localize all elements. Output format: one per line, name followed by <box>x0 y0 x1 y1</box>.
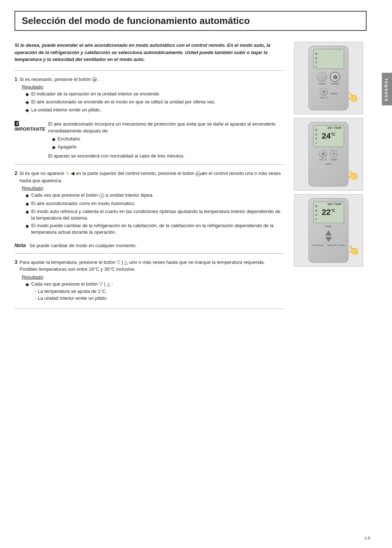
temp-display-2: 24°C <box>322 132 335 140</box>
turbo-button[interactable] <box>317 72 327 82</box>
s-icon-3: ❄ <box>315 137 318 140</box>
screen-icons-1: ❆ ✿ ❄ ☀ <box>315 52 318 69</box>
remote-panel-2: SET TEMP ❆ ✿ ❄ ☀ 24°C ⏱ <box>294 118 363 191</box>
diamond-icon: ◆ <box>25 91 29 98</box>
step-1: 1 Si es necesario, presione el botón ⏻ .… <box>15 76 283 114</box>
diamond-icon: ◆ <box>25 209 29 221</box>
1hr-btn-wrapper: ⏱ 1HR. ⏱ <box>320 88 328 99</box>
1hr-button-2[interactable]: ⏱ <box>319 150 327 158</box>
remote-body-3: SET TEMP ❆ ✿ ❄ ☀ 22°C TEMP. <box>309 198 348 263</box>
mode-label-2: MODE <box>331 159 337 161</box>
step-1-resultado: Resultado: ◆ El indicador de la operació… <box>22 84 283 114</box>
diamond-icon: ◆ <box>52 136 56 143</box>
resultado-label-1: Resultado <box>22 84 43 90</box>
screen-icons-2: ❆ ✿ ❄ ☀ <box>315 128 318 145</box>
step-1-number: 1 <box>15 76 17 82</box>
triangle-buttons <box>325 230 332 242</box>
importante-block: ℹ IMPORTANTE El aire acondicionado incor… <box>15 120 283 160</box>
power-label: POWER <box>331 83 339 85</box>
screen-icon-mode3: ☀ <box>315 65 318 69</box>
s-icon-2: ✿ <box>315 133 318 136</box>
s3-icon-1: ❆ <box>315 205 318 208</box>
step-2-bullet-1: ◆ Cada ves que presione el botón M a uni… <box>25 192 283 199</box>
1hr-btn-2: ⏱ 1HR. ⏱ <box>319 150 327 161</box>
mode-label-1: MODE <box>331 93 337 95</box>
divider-3 <box>15 253 283 254</box>
step-3: 3 Para ajustar la temperatura, presione … <box>15 259 283 302</box>
turbo-btn-wrapper: TURBO <box>317 72 327 85</box>
divider-1 <box>15 70 283 71</box>
diamond-icon: ◆ <box>25 281 29 288</box>
resultado-label-2: Resultado <box>22 185 43 191</box>
importante-label: IMPORTANTE <box>15 126 45 132</box>
temp-footer-label-2: TEMP. <box>325 163 332 165</box>
intro-paragraph: Si lo desea, puede encender el aire acon… <box>15 42 283 63</box>
1hr-label-2: 1HR. ⏱ <box>319 159 327 161</box>
remote-body-1: ❆ ✿ ❄ ☀ TURBO <box>309 46 348 110</box>
nota-label: Nota <box>15 242 26 248</box>
nota-line: Nota Se puede cambiar de modo en cualqui… <box>15 242 283 248</box>
remote-buttons-1b: ⏱ 1HR. ⏱ MODE <box>320 88 337 99</box>
mode-button-2[interactable]: M <box>330 150 338 158</box>
mode-btn-wrapper-1: MODE <box>331 92 337 95</box>
1hr-label: 1HR. ⏱ <box>320 97 327 99</box>
power-icon-inline: ⏻ <box>92 77 97 82</box>
remote-panel-3: SET TEMP ❆ ✿ ❄ ☀ 22°C TEMP. <box>294 194 363 267</box>
step-1-bullet-3: ◆ La unidad interior emite un pitido. <box>25 107 283 114</box>
remote-screen-2: SET TEMP ❆ ✿ ❄ ☀ 24°C <box>313 125 344 147</box>
diamond-icon: ◆ <box>25 107 29 114</box>
s-icon-1: ❆ <box>315 128 318 132</box>
diamond-icon: ◆ <box>25 99 29 106</box>
screen-icon-mode2: ❄ <box>315 61 318 64</box>
screen-icon-mode1: ✿ <box>315 57 318 60</box>
step-3-text: Para ajustar la temperatura, presione el… <box>20 259 283 273</box>
step-3-sub-2: - La unidad interior emite un pitido. <box>35 295 283 302</box>
mode-btn-2: M MODE <box>330 150 338 161</box>
nota-text: Se puede cambiar de modo en cualquier mo… <box>29 243 137 248</box>
diamond-icon: ◆ <box>52 144 56 151</box>
page-number: s.9 <box>364 536 370 541</box>
s3-icon-3: ❄ <box>315 213 318 217</box>
s3-icon-2: ✿ <box>315 209 318 212</box>
side-language-tab: ESPAÑOL <box>382 73 392 105</box>
step-1-text: Si es necesario, presione el botón ⏻ . <box>20 76 100 83</box>
step-2-resultado: Resultado: ◆ Cada ves que presione el bo… <box>22 185 283 236</box>
turbo-label: TURBO <box>318 83 326 85</box>
step-3-number: 3 <box>15 259 17 265</box>
step-2-text: Si es que no aparece ⛅◀ en la parte supe… <box>20 170 283 184</box>
remote-screen-1: ❆ ✿ ❄ ☀ <box>313 49 344 69</box>
step-1-bullet-1: ◆ El indicador de la operación en la uni… <box>25 91 283 98</box>
step-2-bullet-3: ◆ El modo auto refresca y calienta el cu… <box>25 208 283 221</box>
screen-icons-3: ❆ ✿ ❄ ☀ <box>315 205 318 221</box>
mode-icon-inline: MODE <box>196 171 201 176</box>
remote-screen-3: SET TEMP ❆ ✿ ❄ ☀ 22°C <box>313 201 344 223</box>
imp-bullet-2: ◆ Apagarlo <box>52 144 283 151</box>
bottom-labels-3: FAN SPEED ENERGY SAVING <box>312 244 346 246</box>
remote-buttons-2: ⏱ 1HR. ⏱ M MODE <box>319 150 338 161</box>
imp-bullet-1: ◆ Enchufarlo <box>52 136 283 143</box>
remote-body-2: SET TEMP ❆ ✿ ❄ ☀ 24°C ⏱ <box>309 122 348 187</box>
diamond-icon: ◆ <box>25 223 29 236</box>
step-3-resultado: Resultado: ◆ Cada ves que presione el bo… <box>22 274 283 302</box>
divider-2 <box>15 164 283 165</box>
step-3-bullet-1: ◆ Cada ves que presione el botón ▽ | △ : <box>25 281 283 288</box>
s3-icon-4: ☀ <box>315 218 318 221</box>
divider-4 <box>15 308 283 309</box>
s-icon-4: ☀ <box>315 142 318 145</box>
step-2-bullet-2: ◆ El aire acondicionador corre en modo A… <box>25 200 283 207</box>
1hr-button[interactable]: ⏱ <box>320 88 328 96</box>
remote-panel-1: ❆ ✿ ❄ ☀ TURBO <box>294 42 363 114</box>
diamond-icon: ◆ <box>25 192 29 199</box>
importante-text: El aire acondicionado incorpora un mecan… <box>48 120 283 160</box>
temp-down-button[interactable] <box>325 237 332 242</box>
temp-display-3: 22°C <box>322 208 335 216</box>
step-2: 2 Si es que no aparece ⛅◀ en la parte su… <box>15 170 283 236</box>
step-2-bullet-4: ◆ El modo puede cambiar de la refrigerac… <box>25 222 283 236</box>
temp-label-3: TEMP. <box>325 225 332 228</box>
imp-footer: El aparato se encenderá con normalidad a… <box>48 152 283 160</box>
temp-up-button[interactable] <box>325 230 332 236</box>
energy-saving-label: ENERGY SAVING <box>327 244 345 246</box>
remote-buttons-1: TURBO ⏻ POWER <box>317 72 340 85</box>
power-button[interactable]: ⏻ <box>330 72 340 82</box>
screen-icon-fan: ❆ <box>315 52 318 56</box>
